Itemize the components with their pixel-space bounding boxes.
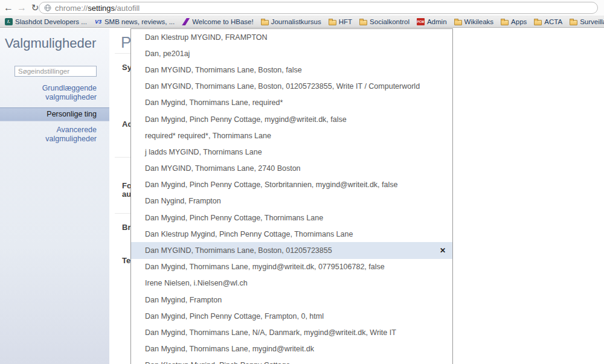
sidebar-nav: Grundlæggende valgmuligheder Personlige … [0,81,109,146]
bookmark-folder-surveillance[interactable]: Surveillance [566,16,604,27]
bookmark-label: ACTA [544,18,562,25]
folder-icon [501,20,509,25]
address-bar[interactable]: chrome://settings/autofill [39,2,598,14]
autofill-entry[interactable]: Dan Mygind, Pinch Penny Cottage, Frampto… [131,308,452,324]
bookmark-label: Journalistkursus [271,18,321,25]
bookmark-label: Slashdot Developers ... [15,18,87,25]
bookmark-folder-hft[interactable]: HFT [325,16,356,27]
autofill-entry[interactable]: Dan Nygind, Frampton [131,193,452,209]
folder-icon [454,20,462,25]
autofill-entry[interactable]: Dan Mygind, Frampton [131,292,452,308]
bookmark-label: Welcome to HBase! [192,18,253,25]
content-heading-fragment: P [121,33,131,52]
autofill-entry[interactable]: Dan MYGIND, Thornimans Lane, Boston, 012… [131,78,452,95]
bookmark-folder-socialkontrol[interactable]: Socialkontrol [356,16,413,27]
back-icon[interactable]: ← [2,1,14,15]
url-scheme: chrome:// [55,4,88,13]
autofill-entry-partial[interactable]: Dan Klestrup Mygind, Pinch Penny Cottage [131,357,452,364]
v3-logo-icon: V3 [94,18,102,25]
folder-icon [359,20,367,25]
bookmark-v3-smb-news[interactable]: V3 SMB news, reviews, ... [91,16,178,27]
sidebar-item-grundlaeggende[interactable]: Grundlæggende valgmuligheder [0,81,109,104]
folder-icon [329,20,336,25]
sidebar-item-avancerede[interactable]: Avancerede valgmuligheder [0,123,109,146]
section-label-fragment: Br [122,223,130,232]
autofill-entry[interactable]: Dan Mygind, Pinch Penny Cottage, mygind@… [131,111,452,127]
bookmark-folder-journalistkursus[interactable]: Journalistkursus [257,16,325,27]
url-text: chrome://settings/autofill [55,4,140,13]
autofill-entry[interactable]: Dan Mygind, Thornimans Lane, N/A, Danmar… [131,324,452,340]
url-path: /autofill [115,4,140,13]
sidebar-item-personlige-ting[interactable]: Personlige ting [0,107,109,121]
bookmark-label: Apps [511,18,527,25]
forward-icon[interactable]: → [16,1,28,15]
bookmark-label: Admin [427,18,447,25]
bookmark-label: HFT [339,18,352,25]
page-title: Valgmuligheder [5,36,96,51]
folder-icon [570,20,577,25]
bookmarks-bar: /. Slashdot Developers ... V3 SMB news, … [0,16,604,28]
bookmark-label: Socialkontrol [370,18,410,25]
bookmark-label: Surveillance [580,18,604,25]
slashdot-icon: /. [5,18,13,25]
autofill-entry-text: Dan MYGIND, Thornimans Lane, Boston, 012… [145,246,332,255]
bookmark-label: SMB news, reviews, ... [104,18,175,25]
section-label-fragment: Te [122,256,130,265]
bookmark-folder-acta[interactable]: ACTA [530,16,566,27]
autofill-entry[interactable]: Dan Mygind, Thornimans Lane, mygind@writ… [131,341,452,357]
settings-sidebar: Valgmuligheder Grundlæggende valgmulighe… [0,28,109,364]
autofill-entry[interactable]: Dan, pe201aj [131,45,452,62]
search-input[interactable] [14,66,97,77]
autofill-entry[interactable]: Dan Klestrup Mygind, Pinch Penny Cottage… [131,226,452,242]
autofill-entry[interactable]: Irene Nielsen, i.Nielsen@wl.ch [131,275,452,292]
globe-icon [44,4,51,11]
bookmark-label: Wikileaks [464,18,494,25]
close-icon[interactable]: ✕ [439,246,447,255]
autofill-entry[interactable]: Dan Klestrup MYGIND, FRAMPTON [131,29,452,45]
autofill-entry[interactable]: Dan Mygind, Pinch Penny Cottage, Thornim… [131,209,452,226]
bookmark-folder-wikileaks[interactable]: Wikileaks [451,16,498,27]
autofill-dropdown: Dan Klestrup MYGIND, FRAMPTON Dan, pe201… [130,28,453,364]
autofill-entry[interactable]: Dan Mygind, Thornimans Lane, mygind@writ… [131,259,452,275]
autofill-entry[interactable]: Dan MYGIND, Thornimans Lane, 2740 Boston [131,161,452,177]
pcw-icon: PCW [417,18,425,25]
bookmark-slashdot[interactable]: /. Slashdot Developers ... [1,16,91,27]
folder-icon [534,20,542,25]
autofill-entry[interactable]: required* required*, Thornimans Lane [131,127,452,144]
folder-icon [261,20,269,25]
section-label-fragment: au [122,190,131,199]
url-host: settings [88,4,115,13]
autofill-entry[interactable]: Dan MYGIND, Thornimans Lane, Boston, fal… [131,62,452,78]
bookmark-admin[interactable]: PCW Admin [413,16,451,27]
bookmark-folder-apps[interactable]: Apps [497,16,530,27]
autofill-entry[interactable]: Dan Mygind, Thornimans Lane, required* [131,95,452,111]
hbase-swoosh-icon [182,18,190,25]
bookmark-hbase[interactable]: Welcome to HBase! [178,16,257,27]
autofill-entry[interactable]: j ladds MYGIND, Thornimans Lane [131,144,452,160]
browser-toolbar: ← → ↻ chrome://settings/autofill [0,0,604,16]
autofill-entry[interactable]: Dan Mygind, Pinch Penny Cottage, Storbri… [131,177,452,193]
autofill-entry-highlighted[interactable]: Dan MYGIND, Thornimans Lane, Boston, 012… [131,242,452,258]
